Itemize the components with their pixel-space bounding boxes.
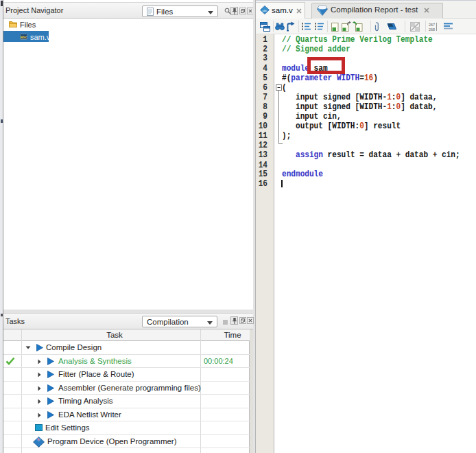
svg-text:abc: abc: [262, 9, 267, 12]
svg-text:268: 268: [429, 27, 435, 32]
svg-text:267: 267: [429, 23, 435, 27]
svg-text:abc: abc: [21, 35, 27, 39]
